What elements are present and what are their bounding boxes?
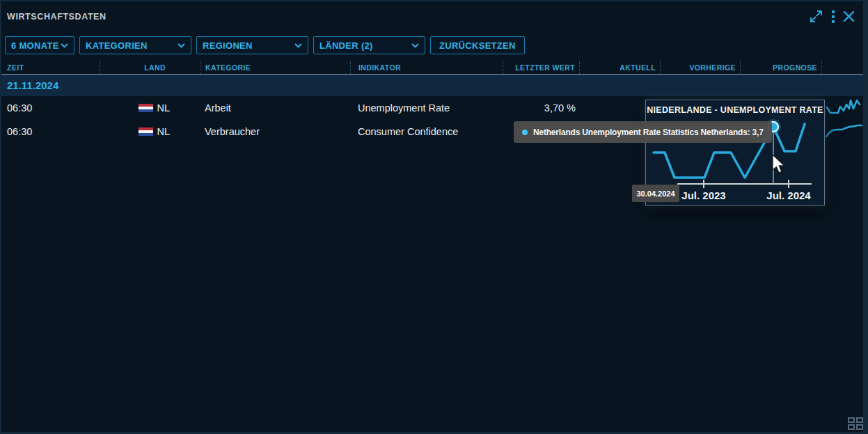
categories-dropdown-value: KATEGORIEN (86, 40, 148, 51)
country-code: NL (157, 102, 170, 114)
cell-last-value: 3,70 % (503, 102, 579, 114)
col-header-land[interactable]: LAND (100, 61, 200, 74)
x-axis-tick-label: Jul. 2023 (681, 189, 725, 201)
cell-indicator: Unemployment Rate (350, 102, 503, 114)
col-header-sparkline (821, 61, 863, 74)
countries-dropdown-value: LÄNDER (2) (319, 40, 373, 51)
cell-country: NL (100, 102, 200, 114)
mouse-cursor-icon (771, 154, 787, 175)
crosshair-date-label: 30.04.2024 (632, 185, 679, 202)
cell-country: NL (100, 126, 200, 137)
x-axis-tick-label: Jul. 2024 (766, 189, 810, 201)
nl-flag-icon (139, 104, 153, 112)
close-icon[interactable] (843, 10, 855, 22)
regions-dropdown-value: REGIONEN (203, 40, 253, 51)
filterbar: 6 MONATE KATEGORIEN REGIONEN LÄNDER (2) … (5, 36, 525, 54)
cell-time: 06:30 (1, 102, 100, 114)
cell-category: Verbraucher (200, 126, 350, 137)
nl-flag-icon (139, 127, 153, 136)
col-header-kategorie[interactable]: KATEGORIE (200, 61, 350, 74)
col-header-letzter-wert[interactable]: LETZTER WERT (503, 61, 579, 74)
col-header-prognose[interactable]: PROGNOSE (740, 61, 821, 74)
economic-data-widget: WIRTSCHAFTSDATEN 6 MONATE KATEGORIEN (1, 1, 863, 432)
col-header-vorherige[interactable]: VORHERIGE (660, 61, 740, 74)
chevron-down-icon (411, 43, 419, 48)
chevron-down-icon (177, 43, 185, 48)
kebab-menu-icon[interactable] (831, 10, 835, 24)
countries-dropdown[interactable]: LÄNDER (2) (313, 36, 425, 54)
widget-title: WIRTSCHAFTSDATEN (7, 12, 106, 22)
chevron-down-icon (294, 43, 302, 48)
cell-category: Arbeit (200, 102, 350, 114)
table-header: ZEIT LAND KATEGORIE INDIKATOR LETZTER WE… (1, 61, 863, 75)
row-sparkline-chart[interactable] (825, 98, 863, 118)
reset-button[interactable]: ZURÜCKSETZEN (430, 36, 525, 54)
titlebar: WIRTSCHAFTSDATEN (1, 1, 863, 35)
tooltip-text: Netherlands Unemployment Rate Statistics… (533, 127, 764, 137)
expand-icon[interactable] (809, 9, 823, 24)
period-dropdown[interactable]: 6 MONATE (5, 36, 74, 54)
cell-time: 06:30 (1, 126, 100, 137)
col-header-zeit[interactable]: ZEIT (1, 61, 100, 74)
row-sparkline-chart[interactable] (825, 122, 863, 141)
date-group-row: 21.11.2024 (1, 75, 863, 96)
window-frame: WIRTSCHAFTSDATEN 6 MONATE KATEGORIEN (0, 0, 868, 434)
chart-hover-tooltip: Netherlands Unemployment Rate Statistics… (514, 121, 772, 143)
regions-dropdown[interactable]: REGIONEN (196, 36, 308, 54)
date-group-label: 21.11.2024 (7, 79, 58, 91)
col-header-indikator[interactable]: INDIKATOR (350, 61, 503, 74)
chevron-down-icon (61, 43, 68, 48)
grid-view-icon[interactable] (848, 417, 863, 431)
period-dropdown-value: 6 MONATE (11, 40, 59, 51)
cell-indicator: Consumer Confidence (350, 126, 503, 137)
col-header-aktuell[interactable]: AKTUELL (579, 61, 660, 74)
series-bullet-icon (522, 130, 528, 135)
categories-dropdown[interactable]: KATEGORIEN (79, 36, 191, 54)
country-code: NL (157, 126, 170, 137)
